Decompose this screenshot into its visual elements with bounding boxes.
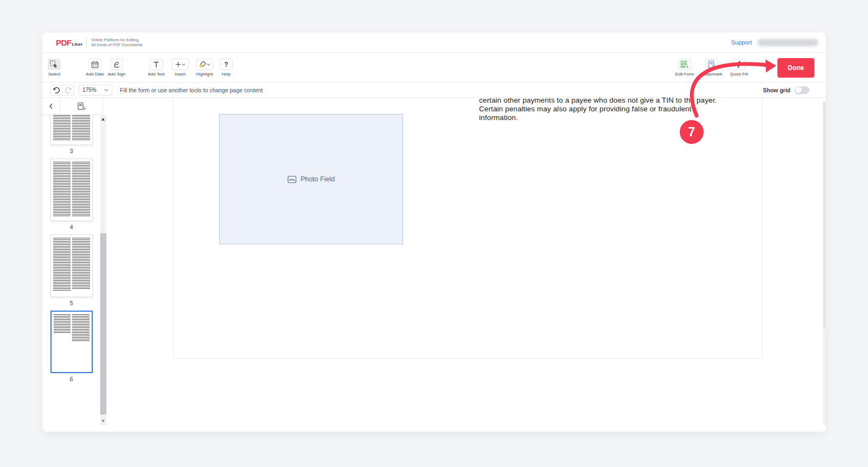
question-mark-icon: ? (224, 61, 228, 68)
app-header: PDFLiner Online Platform for Editing All… (42, 33, 826, 53)
document-text-line: certain other payments to a payee who do… (479, 98, 717, 105)
undo-icon (53, 86, 60, 94)
add-sign-button[interactable] (110, 59, 123, 70)
edit-form-icon (680, 60, 689, 68)
show-grid-control: Show grid (763, 86, 809, 94)
page-thumbnail-4[interactable] (50, 159, 93, 221)
select-cursor-icon (50, 60, 59, 69)
zoom-level-select[interactable]: 175% (79, 85, 112, 96)
pages-sidebar: 3 4 5 6 (42, 98, 111, 432)
support-link[interactable]: Support (731, 39, 752, 46)
select-button[interactable] (48, 59, 61, 70)
chevron-left-icon (49, 103, 53, 109)
page-settings-button[interactable] (60, 98, 103, 115)
redo-icon (65, 86, 72, 94)
help-tool[interactable]: ? Help (215, 59, 237, 77)
document-text: certain other payments to a payee who do… (479, 98, 717, 122)
watermark-tool[interactable]: Watermark (699, 59, 724, 77)
plus-icon (175, 61, 182, 68)
done-button[interactable]: Done (777, 58, 814, 78)
viewer-scrollbar-thumb[interactable] (823, 102, 826, 329)
viewer-scrollbar[interactable] (823, 102, 826, 425)
help-label: Help (222, 72, 231, 77)
document-viewer: certain other payments to a payee who do… (111, 98, 826, 432)
logo-pdf-text: PDF (56, 38, 72, 47)
page-thumbnail-6-selected[interactable] (50, 311, 93, 373)
add-text-tool[interactable]: Add Text (145, 59, 167, 77)
highlight-label: Highlight (196, 72, 213, 77)
show-grid-label: Show grid (763, 87, 790, 93)
editor-hint-text: Fill the form or use another tools to ch… (120, 87, 263, 93)
add-text-button[interactable] (150, 59, 163, 70)
add-sign-tool[interactable]: Add Sign (106, 59, 127, 77)
add-sign-label: Add Sign (108, 72, 125, 77)
quick-fill-button[interactable] (732, 59, 745, 70)
document-text-line: information. (479, 113, 717, 122)
tagline-line1: Online Platform for Editing (91, 37, 143, 43)
chevron-down-icon (104, 89, 108, 92)
highlight-button[interactable] (196, 59, 213, 70)
signature-pen-icon (113, 61, 120, 68)
editor-content: 3 4 5 6 (42, 98, 826, 432)
scrollbar-thumb[interactable] (100, 234, 106, 414)
watermark-button[interactable] (705, 59, 718, 70)
page-thumbnail-3[interactable] (50, 115, 93, 145)
tagline-line2: All Kinds of PDF Documents (91, 42, 143, 48)
document-page: certain other payments to a payee who do… (173, 98, 763, 359)
logo-liner-text: Liner (72, 42, 83, 47)
help-button[interactable]: ? (220, 59, 233, 70)
add-date-label: Add Date (86, 72, 104, 77)
edit-form-button[interactable] (678, 59, 691, 70)
photo-field-label: Photo Field (301, 175, 335, 183)
chevron-down-icon (207, 63, 210, 66)
edit-form-tool[interactable]: Edit Form (672, 59, 697, 77)
edit-form-label: Edit Form (675, 72, 694, 77)
insert-label: Insert (175, 72, 186, 77)
photo-field-placeholder[interactable]: Photo Field (219, 114, 403, 244)
page-number: 6 (42, 376, 100, 382)
toggle-knob (795, 87, 802, 93)
page-settings-icon (77, 102, 86, 111)
select-tool[interactable]: Select (43, 59, 65, 77)
highlight-tool[interactable]: Highlight (194, 59, 215, 77)
thumbnails-list: 3 4 5 6 (42, 115, 100, 382)
insert-tool[interactable]: Insert (169, 59, 191, 77)
page-thumbnail-5[interactable] (50, 235, 93, 297)
chevron-down-icon (182, 63, 186, 66)
pdfliner-logo[interactable]: PDFLiner (56, 38, 82, 47)
redo-button[interactable] (62, 85, 74, 96)
page-number: 5 (42, 300, 100, 306)
zoom-level-value: 175% (82, 87, 97, 93)
document-text-line: Certain penalties may also apply for pro… (479, 105, 717, 113)
collapse-sidebar-button[interactable] (42, 98, 60, 115)
lightning-icon (736, 60, 742, 68)
thumbnails-scrollbar[interactable] (100, 115, 106, 425)
scroll-down-icon[interactable] (101, 420, 105, 422)
image-icon (288, 175, 297, 184)
main-toolbar: Select Add Date (42, 53, 826, 83)
add-date-tool[interactable]: Add Date (84, 59, 106, 77)
pdfliner-app-window: PDFLiner Online Platform for Editing All… (42, 33, 826, 432)
secondary-toolbar: 175% Fill the form or use another tools … (42, 83, 826, 98)
page-number: 3 (42, 148, 100, 154)
app-tagline: Online Platform for Editing All Kinds of… (91, 37, 143, 48)
quick-fill-tool[interactable]: Quick Fill (726, 59, 751, 77)
select-label: Select (48, 72, 60, 77)
add-text-label: Add Text (148, 72, 165, 77)
calendar-icon (91, 61, 99, 68)
add-date-button[interactable] (88, 59, 101, 70)
toolbar-right-group: Edit Form Watermark (672, 59, 814, 78)
text-icon (152, 61, 160, 68)
highlighter-icon (199, 60, 207, 68)
scroll-up-icon[interactable] (101, 118, 105, 121)
show-grid-toggle[interactable] (795, 86, 809, 94)
page-number: 4 (42, 224, 100, 230)
watermark-label: Watermark (701, 72, 723, 77)
undo-button[interactable] (50, 85, 62, 96)
sidebar-header (42, 98, 103, 115)
insert-button[interactable] (172, 59, 189, 70)
thumbnails-viewport: 3 4 5 6 (42, 115, 100, 432)
logo-divider (86, 37, 87, 48)
watermark-icon (708, 60, 716, 68)
support-email-redacted (757, 39, 818, 46)
